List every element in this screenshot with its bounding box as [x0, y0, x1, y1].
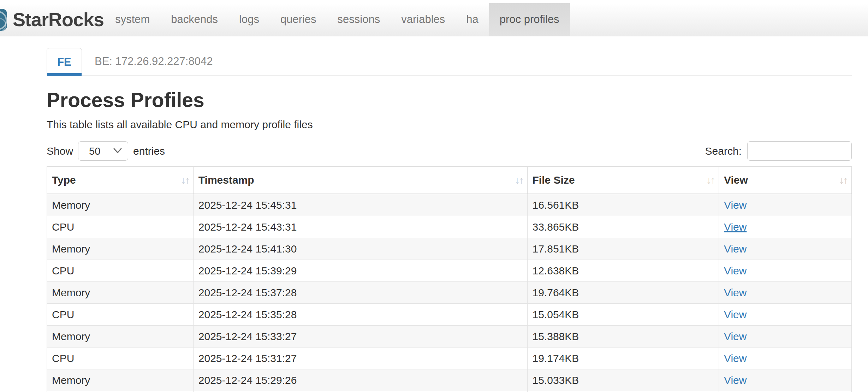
table-row: Memory 2025-12-24 15:45:31 16.561KB View: [47, 194, 852, 216]
search-input[interactable]: [747, 141, 852, 161]
cell-view: View: [719, 238, 851, 260]
view-link[interactable]: View: [724, 199, 747, 211]
view-link[interactable]: View: [724, 287, 747, 298]
table-header-row: Type↓↑Timestamp↓↑File Size↓↑View↓↑: [47, 167, 852, 194]
table-row: CPU 2025-12-24 15:39:29 12.638KB View: [47, 260, 852, 282]
cell-timestamp: 2025-12-24 15:35:28: [193, 304, 527, 326]
table-controls: Show 50 entries Search:: [47, 141, 852, 161]
nav-menu: systembackendslogsqueriessessionsvariabl…: [105, 3, 570, 36]
nav-item-queries[interactable]: queries: [270, 3, 327, 36]
nav-item-system[interactable]: system: [105, 3, 160, 36]
cell-view: View: [719, 304, 851, 326]
cell-view: View: [719, 326, 851, 348]
cell-type: CPU: [47, 348, 194, 369]
cell-timestamp: 2025-12-24 15:43:31: [193, 216, 527, 238]
cell-timestamp: 2025-12-24 15:41:30: [193, 238, 527, 260]
column-header-view[interactable]: View↓↑: [719, 167, 851, 194]
active-tab-indicator: [47, 73, 82, 76]
sort-both-icon: ↓↑: [839, 174, 847, 186]
cell-view: View: [719, 282, 851, 304]
table-row: Memory 2025-12-24 15:37:28 19.764KB View: [47, 282, 852, 304]
page-size-select[interactable]: 50: [78, 141, 128, 161]
page-title: Process Profiles: [47, 88, 852, 112]
cell-filesize: 19.764KB: [527, 282, 719, 304]
cell-type: CPU: [47, 260, 194, 282]
cell-type: Memory: [47, 326, 194, 348]
page-length-control: Show 50 entries: [47, 141, 165, 161]
cell-type: Memory: [47, 238, 194, 260]
sort-both-icon: ↓↑: [706, 174, 714, 186]
cell-filesize: 19.174KB: [527, 348, 719, 369]
nav-item-sessions[interactable]: sessions: [327, 3, 391, 36]
cell-filesize: 15.033KB: [527, 369, 719, 391]
column-header-file-size[interactable]: File Size↓↑: [527, 167, 719, 194]
column-header-type[interactable]: Type↓↑: [47, 167, 194, 194]
table-body: Memory 2025-12-24 15:45:31 16.561KB View…: [47, 194, 852, 392]
table-row: Memory 2025-12-24 15:41:30 17.851KB View: [47, 238, 852, 260]
cell-view: View: [719, 369, 851, 391]
table-row: CPU 2025-12-24 15:35:28 15.054KB View: [47, 304, 852, 326]
nav-item-ha[interactable]: ha: [456, 3, 489, 36]
cell-timestamp: 2025-12-24 15:37:28: [193, 282, 527, 304]
cell-type: Memory: [47, 194, 194, 216]
column-header-timestamp[interactable]: Timestamp↓↑: [193, 167, 527, 194]
starrocks-logo-icon: [0, 9, 7, 31]
profiles-table: Type↓↑Timestamp↓↑File Size↓↑View↓↑ Memor…: [47, 166, 852, 392]
cell-view: View: [719, 260, 851, 282]
brand[interactable]: StarRocks: [0, 3, 104, 36]
cell-filesize: 17.851KB: [527, 238, 719, 260]
view-link[interactable]: View: [724, 309, 747, 320]
entries-label: entries: [133, 145, 165, 157]
cell-view: View: [719, 348, 851, 369]
node-tabs: FE BE: 172.26.92.227:8042: [47, 48, 852, 76]
tab-be[interactable]: BE: 172.26.92.227:8042: [95, 48, 213, 75]
show-label: Show: [47, 145, 73, 157]
main-content: FE BE: 172.26.92.227:8042 Process Profil…: [47, 48, 852, 392]
cell-timestamp: 2025-12-24 15:39:29: [193, 260, 527, 282]
cell-timestamp: 2025-12-24 15:45:31: [193, 194, 527, 216]
cell-filesize: 15.388KB: [527, 326, 719, 348]
sort-both-icon: ↓↑: [515, 174, 523, 186]
page-subtitle: This table lists all available CPU and m…: [47, 119, 852, 131]
top-navbar: StarRocks systembackendslogsqueriessessi…: [0, 3, 868, 36]
view-link[interactable]: View: [724, 352, 747, 364]
view-link[interactable]: View: [724, 243, 747, 255]
view-link[interactable]: View: [724, 331, 747, 342]
tab-fe[interactable]: FE: [47, 48, 82, 76]
cell-view: View: [719, 216, 851, 238]
cell-timestamp: 2025-12-24 15:29:26: [193, 369, 527, 391]
cell-type: Memory: [47, 369, 194, 391]
sort-both-icon: ↓↑: [181, 174, 189, 186]
cell-filesize: 33.865KB: [527, 216, 719, 238]
nav-item-backends[interactable]: backends: [160, 3, 228, 36]
cell-type: Memory: [47, 282, 194, 304]
tab-be-label: BE: 172.26.92.227:8042: [95, 55, 213, 68]
brand-name: StarRocks: [13, 8, 104, 30]
tab-fe-label: FE: [57, 56, 71, 69]
table-row: CPU 2025-12-24 15:43:31 33.865KB View: [47, 216, 852, 238]
view-link[interactable]: View: [724, 221, 747, 233]
nav-item-proc-profiles[interactable]: proc profiles: [489, 3, 570, 36]
table-row: CPU 2025-12-24 15:31:27 19.174KB View: [47, 348, 852, 369]
search-label: Search:: [705, 145, 742, 157]
table-row: Memory 2025-12-24 15:29:26 15.033KB View: [47, 369, 852, 391]
view-link[interactable]: View: [724, 374, 747, 386]
cell-timestamp: 2025-12-24 15:33:27: [193, 326, 527, 348]
search-control: Search:: [705, 141, 852, 161]
cell-filesize: 12.638KB: [527, 260, 719, 282]
cell-timestamp: 2025-12-24 15:31:27: [193, 348, 527, 369]
nav-item-variables[interactable]: variables: [391, 3, 456, 36]
cell-filesize: 15.054KB: [527, 304, 719, 326]
cell-type: CPU: [47, 216, 194, 238]
view-link[interactable]: View: [724, 265, 747, 277]
cell-filesize: 16.561KB: [527, 194, 719, 216]
table-row: Memory 2025-12-24 15:33:27 15.388KB View: [47, 326, 852, 348]
cell-view: View: [719, 194, 851, 216]
cell-type: CPU: [47, 304, 194, 326]
nav-item-logs[interactable]: logs: [228, 3, 270, 36]
